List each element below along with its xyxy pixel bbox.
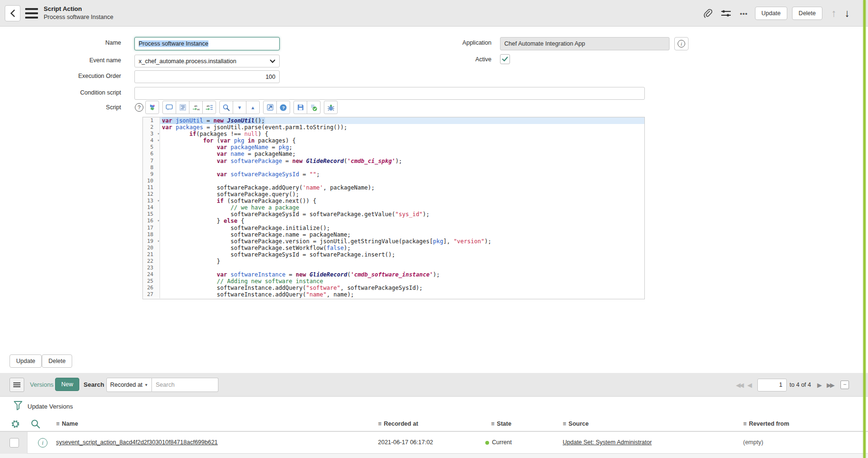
- column-header-source[interactable]: ≡Source: [563, 420, 589, 427]
- code-line[interactable]: 17 softwarePackage.initialize();: [143, 225, 644, 231]
- back-button[interactable]: [5, 5, 20, 21]
- update-button-footer[interactable]: Update: [9, 354, 42, 368]
- code-line[interactable]: 15 softwarePackageSysId = softwarePackag…: [143, 211, 644, 218]
- code-line[interactable]: 25 // Adding new software instance: [143, 278, 644, 285]
- replace-button[interactable]: ab ac: [189, 101, 203, 114]
- replace-all-button[interactable]: ab: [202, 101, 216, 114]
- personalize-form-button[interactable]: [719, 6, 733, 20]
- code-line[interactable]: 9 var softwarePackageSysId = "";: [143, 171, 644, 178]
- api-help-button[interactable]: ?: [276, 101, 290, 114]
- code-line-text[interactable]: // we have a package: [160, 204, 644, 211]
- code-line-text[interactable]: [160, 164, 644, 171]
- more-options-button[interactable]: •••: [737, 6, 751, 20]
- versions-search-input[interactable]: [152, 378, 218, 392]
- code-line[interactable]: 1var jsonUtil = new JsonUtil();: [143, 117, 644, 124]
- column-header-recorded-at[interactable]: ≡Recorded at: [378, 420, 418, 427]
- code-line-text[interactable]: if(packages !== null) {: [160, 131, 644, 137]
- code-line[interactable]: 10: [143, 178, 644, 184]
- code-line[interactable]: 8: [143, 164, 644, 171]
- code-line-text[interactable]: }: [160, 258, 644, 265]
- code-line-text[interactable]: var packageName = pkg;: [160, 144, 644, 151]
- row-checkbox[interactable]: [9, 438, 19, 448]
- new-version-button[interactable]: New: [55, 378, 79, 391]
- code-line-text[interactable]: softwarePackage.addQuery('name', package…: [160, 184, 644, 191]
- code-line[interactable]: 18 softwarePackage.name = packageName;: [143, 231, 644, 238]
- code-fold-icon[interactable]: ▾: [157, 218, 160, 224]
- code-editor[interactable]: 1var jsonUtil = new JsonUtil();2var pack…: [142, 117, 645, 299]
- code-line-text[interactable]: softwarePackage.query();: [160, 191, 644, 198]
- script-debugger-button[interactable]: [324, 101, 338, 114]
- code-line[interactable]: 22 }: [143, 258, 644, 265]
- code-line[interactable]: 21 softwarePackageSysId = softwarePackag…: [143, 251, 644, 258]
- code-line-text[interactable]: softwarePackage.initialize();: [160, 225, 644, 231]
- code-line[interactable]: 12 softwarePackage.query();: [143, 191, 644, 198]
- versions-list-title[interactable]: Versions: [30, 381, 54, 388]
- last-page-icon[interactable]: ▶▶: [824, 382, 836, 389]
- version-name-link[interactable]: sysevent_script_action_8acd4f2d2f303010f…: [56, 439, 218, 446]
- code-fold-icon[interactable]: ▾: [157, 198, 160, 204]
- name-input[interactable]: Process software Instance: [134, 37, 280, 50]
- list-personalize-button[interactable]: [10, 419, 20, 429]
- code-line-text[interactable]: softwarePackage.setWorkflow(false);: [160, 245, 644, 251]
- code-line[interactable]: 20 softwarePackage.setWorkflow(false);: [143, 245, 644, 251]
- code-line[interactable]: 19▾ softwarePackage.version = jsonUtil.g…: [143, 238, 644, 245]
- code-line-text[interactable]: var softwarePackageSysId = "";: [160, 171, 644, 178]
- search-column-select[interactable]: Recorded at ▼: [106, 378, 152, 392]
- source-link[interactable]: Update Set: System Administrator: [563, 439, 652, 446]
- find-next-button[interactable]: ▼: [233, 101, 246, 114]
- code-line[interactable]: 3▾ if(packages !== null) {: [143, 131, 644, 137]
- condition-script-input[interactable]: [134, 87, 645, 100]
- toggle-syntax-editor-button[interactable]: [145, 101, 159, 114]
- delete-button-footer[interactable]: Delete: [42, 354, 72, 368]
- format-code-button[interactable]: [176, 101, 189, 114]
- delete-button-header[interactable]: Delete: [792, 7, 822, 20]
- code-line-text[interactable]: var packages = jsonUtil.parse(event.parm…: [160, 124, 644, 131]
- list-breadcrumb[interactable]: Update Versions: [28, 403, 73, 410]
- code-line[interactable]: 7 var softwarePackage = new GlideRecord(…: [143, 158, 644, 164]
- column-header-name[interactable]: ≡Name: [56, 420, 78, 427]
- code-line[interactable]: 26 softwareInstance.addQuery("software",…: [143, 285, 644, 291]
- code-line[interactable]: 27 softwareInstance.addQuery("name", nam…: [143, 291, 644, 298]
- search-script-button[interactable]: [219, 101, 233, 114]
- page-number-input[interactable]: [757, 379, 787, 391]
- code-line[interactable]: 6 var name = packageName;: [143, 151, 644, 157]
- code-line[interactable]: 24 var softwareInstance = new GlideRecor…: [143, 271, 644, 278]
- code-line-text[interactable]: var jsonUtil = new JsonUtil();: [160, 117, 644, 124]
- update-button-header[interactable]: Update: [755, 7, 787, 20]
- code-line[interactable]: 13▾ if (softwarePackage.next()) {: [143, 198, 644, 204]
- previous-record-icon[interactable]: ↑: [827, 7, 840, 19]
- code-line-text[interactable]: [160, 265, 644, 271]
- attachment-button[interactable]: [701, 6, 715, 20]
- list-search-button[interactable]: [30, 419, 40, 429]
- code-line-text[interactable]: // Adding new software instance: [160, 278, 644, 285]
- code-line[interactable]: 14 // we have a package: [143, 204, 644, 211]
- code-line[interactable]: 5 var packageName = pkg;: [143, 144, 644, 151]
- code-line-text[interactable]: [160, 178, 644, 184]
- context-menu-icon[interactable]: [25, 8, 38, 19]
- code-line-text[interactable]: for (var pkg in packages) {: [160, 137, 644, 144]
- code-line-text[interactable]: softwareInstance.addQuery("name", name);: [160, 291, 644, 298]
- code-line-text[interactable]: var softwarePackage = new GlideRecord('c…: [160, 158, 644, 164]
- save-script-button[interactable]: [293, 101, 307, 114]
- column-header-state[interactable]: ≡State: [491, 420, 511, 427]
- application-info-button[interactable]: i: [674, 37, 689, 50]
- code-line-text[interactable]: if (softwarePackage.next()) {: [160, 198, 644, 204]
- code-line-text[interactable]: var name = packageName;: [160, 151, 644, 157]
- active-checkbox[interactable]: [500, 54, 510, 64]
- next-page-icon[interactable]: ▶: [815, 382, 824, 389]
- first-page-icon[interactable]: ◀◀: [734, 382, 745, 389]
- code-line-text[interactable]: var softwareInstance = new GlideRecord('…: [160, 271, 644, 278]
- code-line[interactable]: 4▾ for (var pkg in packages) {: [143, 137, 644, 144]
- code-line-text[interactable]: } else {: [160, 218, 644, 224]
- code-line[interactable]: 2var packages = jsonUtil.parse(event.par…: [143, 124, 644, 131]
- code-line[interactable]: 11 softwarePackage.addQuery('name', pack…: [143, 184, 644, 191]
- event-name-select[interactable]: x_chef_automate.process.installation: [134, 55, 280, 67]
- toggle-comment-button[interactable]: [162, 101, 176, 114]
- open-in-window-button[interactable]: [263, 101, 277, 114]
- list-context-menu-button[interactable]: [9, 378, 24, 392]
- code-fold-icon[interactable]: ▾: [157, 238, 160, 245]
- list-filter-button[interactable]: [13, 401, 23, 411]
- code-line[interactable]: 23: [143, 265, 644, 271]
- code-line[interactable]: 16▾ } else {: [143, 218, 644, 224]
- previous-page-icon[interactable]: ◀: [745, 382, 755, 389]
